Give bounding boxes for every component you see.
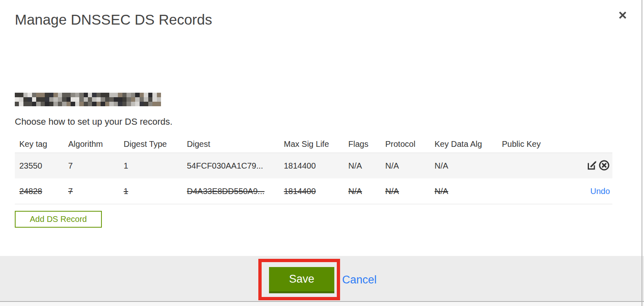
key-data-alg-value: N/A bbox=[435, 187, 502, 196]
digest-value: D4A33E8DD550A9... bbox=[187, 187, 284, 196]
undo-link[interactable]: Undo bbox=[590, 187, 610, 196]
col-header-digest-type: Digest Type bbox=[124, 139, 187, 149]
col-header-digest: Digest bbox=[187, 139, 284, 149]
manage-dnssec-modal: Manage DNSSEC DS Records Choose how to s… bbox=[0, 0, 644, 306]
col-header-algorithm: Algorithm bbox=[68, 139, 124, 149]
col-header-public-key: Public Key bbox=[502, 139, 564, 149]
col-header-key-tag: Key tag bbox=[19, 139, 68, 149]
flags-value: N/A bbox=[348, 187, 385, 196]
col-header-max-sig-life: Max Sig Life bbox=[284, 139, 348, 149]
digest-value: 54FCF030AA1C79... bbox=[187, 161, 284, 171]
flags-value: N/A bbox=[348, 161, 385, 171]
row-actions: Undo bbox=[564, 187, 612, 196]
row-actions bbox=[564, 160, 612, 171]
algorithm-value: 7 bbox=[68, 161, 124, 171]
edit-icon bbox=[586, 160, 598, 171]
cancel-link[interactable]: Cancel bbox=[342, 274, 377, 286]
close-icon bbox=[617, 16, 628, 22]
protocol-value: N/A bbox=[385, 161, 435, 171]
remove-circle-icon bbox=[598, 160, 610, 171]
col-header-key-data-alg: Key Data Alg bbox=[435, 139, 502, 149]
algorithm-value: 7 bbox=[68, 187, 124, 196]
page-title: Manage DNSSEC DS Records bbox=[15, 11, 212, 28]
edit-record-button[interactable] bbox=[586, 160, 598, 171]
table-row: 24828 7 1 D4A33E8DD550A9... 1814400 N/A … bbox=[15, 178, 612, 204]
col-header-flags: Flags bbox=[348, 139, 385, 149]
max-sig-life-value: 1814400 bbox=[284, 187, 348, 196]
table-header-row: Key tag Algorithm Digest Type Digest Max… bbox=[15, 135, 612, 153]
delete-record-button[interactable] bbox=[598, 160, 610, 171]
redacted-domain bbox=[15, 93, 161, 106]
protocol-value: N/A bbox=[385, 187, 435, 196]
ds-records-table: Key tag Algorithm Digest Type Digest Max… bbox=[15, 135, 612, 204]
close-button[interactable] bbox=[615, 8, 630, 23]
key-tag-value: 23550 bbox=[19, 161, 68, 171]
col-header-protocol: Protocol bbox=[385, 139, 435, 149]
save-button[interactable]: Save bbox=[269, 267, 334, 293]
table-row: 23550 7 1 54FCF030AA1C79... 1814400 N/A … bbox=[15, 153, 612, 178]
digest-type-value: 1 bbox=[124, 187, 187, 196]
key-tag-value: 24828 bbox=[19, 187, 68, 196]
modal-right-border bbox=[642, 0, 642, 306]
digest-type-value: 1 bbox=[124, 161, 187, 171]
add-ds-record-button[interactable]: Add DS Record bbox=[15, 211, 102, 228]
key-data-alg-value: N/A bbox=[435, 161, 502, 171]
max-sig-life-value: 1814400 bbox=[284, 161, 348, 171]
bottom-strip bbox=[0, 302, 644, 306]
setup-instruction-text: Choose how to set up your DS records. bbox=[15, 116, 172, 127]
